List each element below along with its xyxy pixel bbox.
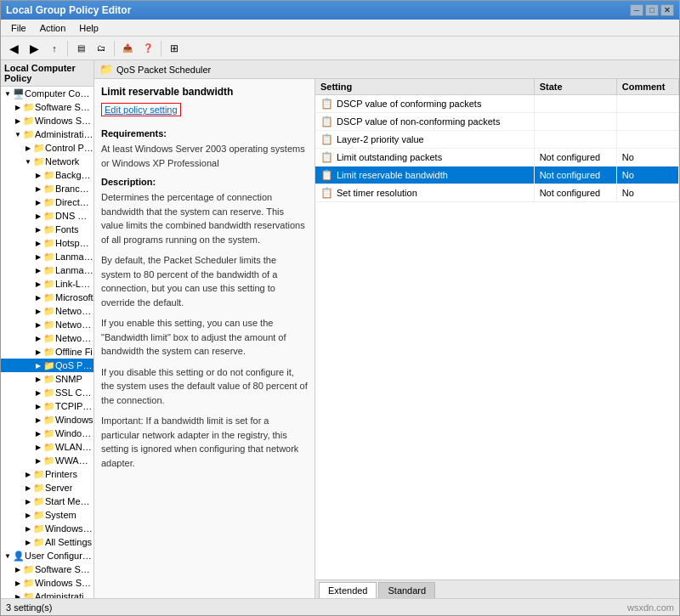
expander-branchca[interactable]: ▶ [33,184,43,194]
tree-node-start-menu[interactable]: ▶📁Start Menu ar [1,494,94,508]
expander-tcpip-set[interactable]: ▶ [33,401,43,411]
tree-node-control-panel[interactable]: ▶📁Control Panel [1,141,94,155]
tree-node-software-settings[interactable]: ▶📁Software Settings [1,100,94,114]
tree-node-ssl-confi[interactable]: ▶📁SSL Confi [1,386,94,399]
properties-button[interactable]: 🗂 [92,39,110,58]
tree-node-lanman-w[interactable]: ▶📁Lanman W [1,263,94,277]
menu-file[interactable]: File [4,21,33,35]
tree-node-offline-fi[interactable]: ▶📁Offline Fi [1,345,94,359]
tree-node-lanman-s[interactable]: ▶📁Lanman S [1,250,94,263]
tree-node-user-config[interactable]: ▼👤User Configuration [1,549,94,562]
expander-offline-fi[interactable]: ▶ [33,347,43,357]
tree-node-fonts[interactable]: ▶📁Fonts [1,223,94,236]
edit-link-box[interactable]: Edit policy setting [101,103,181,116]
expander-network-c1[interactable]: ▶ [33,306,43,316]
table-row[interactable]: 📋 DSCP value of non-conforming packets [315,113,679,131]
expander-control-panel[interactable]: ▶ [23,143,33,153]
tree-node-system[interactable]: ▶📁System [1,508,94,522]
expander-software-settings[interactable]: ▶ [13,102,23,112]
tree-node-printers[interactable]: ▶📁Printers [1,467,94,481]
menu-help[interactable]: Help [72,21,105,35]
expander-hotspot-a[interactable]: ▶ [33,238,43,248]
tree-node-network[interactable]: ▼📁Network [1,155,94,168]
expander-all-settings[interactable]: ▶ [23,537,33,547]
tree-node-network-c2[interactable]: ▶📁Network C [1,318,94,331]
tree-node-user-admin[interactable]: ▶📁Administrative Te [1,590,94,598]
help-button[interactable]: ❓ [139,39,157,58]
close-button[interactable]: ✕ [660,4,674,16]
expander-link-laye[interactable]: ▶ [33,279,43,289]
tree-node-windows-setting[interactable]: ▶📁Windows Setting [1,114,94,127]
tree-node-windows-co[interactable]: ▶📁Windows Co [1,522,94,535]
tree-node-server[interactable]: ▶📁Server [1,481,94,494]
expander-windows1[interactable]: ▶ [33,415,43,425]
minimize-button[interactable]: ─ [630,4,643,16]
table-row[interactable]: 📋 Layer-2 priority value [315,131,679,149]
expander-windows-co[interactable]: ▶ [23,523,33,534]
tree-node-wwan-set[interactable]: ▶📁WWAN Set [1,454,94,467]
expander-background[interactable]: ▶ [33,170,43,180]
tree-node-tcpip-set[interactable]: ▶📁TCPIP Set [1,399,94,413]
tree-node-admin-te[interactable]: ▼📁Administrative Te [1,127,94,141]
show-hide-button[interactable]: ▤ [71,39,90,58]
tree-node-directacc[interactable]: ▶📁DirectAcc [1,195,94,209]
tree-node-snmp[interactable]: ▶📁SNMP [1,372,94,386]
expander-system[interactable]: ▶ [23,510,33,520]
table-row[interactable]: 📋 Limit outstanding packetsNot configure… [315,149,679,167]
expander-user-config[interactable]: ▼ [3,551,13,561]
tree-node-computer-config[interactable]: ▼🖥️Computer Configura [1,87,94,100]
expander-dns-clien[interactable]: ▶ [33,211,43,221]
filter-button[interactable]: ⊞ [165,39,184,58]
expander-network-c2[interactable]: ▶ [33,319,43,330]
expander-directacc[interactable]: ▶ [33,197,43,207]
tab-extended[interactable]: Extended [319,582,377,598]
tree-node-link-laye[interactable]: ▶📁Link-Laye [1,277,94,291]
expander-network-f[interactable]: ▶ [33,333,43,343]
up-button[interactable]: ↑ [45,39,64,58]
forward-button[interactable]: ▶ [25,39,43,58]
expander-windows2[interactable]: ▶ [33,428,43,438]
expander-windows-setting[interactable]: ▶ [13,116,23,126]
table-row[interactable]: 📋 DSCP value of conforming packets [315,95,679,113]
tree-node-windows1[interactable]: ▶📁Windows [1,413,94,427]
expander-wlan-ser[interactable]: ▶ [33,442,43,452]
expander-server[interactable]: ▶ [23,483,33,493]
expander-start-menu[interactable]: ▶ [23,496,33,506]
tree-node-all-settings[interactable]: ▶📁All Settings [1,535,94,549]
expander-user-software[interactable]: ▶ [13,564,23,574]
restore-button[interactable]: □ [645,4,659,16]
tree-node-user-software[interactable]: ▶📁Software Settings [1,562,94,576]
back-button[interactable]: ◀ [4,39,23,58]
tree-node-network-f[interactable]: ▶📁Network F [1,331,94,345]
expander-snmp[interactable]: ▶ [33,374,43,384]
expander-wwan-set[interactable]: ▶ [33,455,43,466]
expander-admin-te[interactable]: ▼ [13,129,23,139]
expander-network[interactable]: ▼ [23,156,33,167]
tree-node-qos-packe[interactable]: ▶📁QoS Pack [1,359,94,372]
expander-computer-config[interactable]: ▼ [3,88,13,99]
expander-qos-packe[interactable]: ▶ [33,360,43,370]
tab-standard[interactable]: Standard [378,582,435,598]
table-row[interactable]: 📋 Set timer resolutionNot configuredNo [315,184,679,202]
table-row[interactable]: 📋 Limit reservable bandwidthNot configur… [315,167,679,184]
tree-node-user-windows[interactable]: ▶📁Windows Setting [1,576,94,590]
expander-lanman-w[interactable]: ▶ [33,265,43,275]
edit-policy-link[interactable]: Edit policy setting [105,105,178,115]
expander-printers[interactable]: ▶ [23,469,33,479]
expander-microsoft[interactable]: ▶ [33,292,43,302]
menu-action[interactable]: Action [33,21,73,35]
tree-node-wlan-ser[interactable]: ▶📁WLAN Ser [1,440,94,454]
expander-user-admin[interactable]: ▶ [13,591,23,598]
tree-node-branchca[interactable]: ▶📁BranchCa [1,182,94,195]
expander-fonts[interactable]: ▶ [33,224,43,235]
expander-user-windows[interactable]: ▶ [13,578,23,588]
export-button[interactable]: 📤 [118,39,137,58]
tree-node-dns-clien[interactable]: ▶📁DNS Clien [1,209,94,223]
tree-node-hotspot-a[interactable]: ▶📁Hotspot A [1,236,94,250]
tree-node-background[interactable]: ▶📁Backgroun [1,168,94,182]
tree-node-microsoft[interactable]: ▶📁Microsoft [1,291,94,304]
tree-node-windows2[interactable]: ▶📁Windows D [1,427,94,440]
expander-lanman-s[interactable]: ▶ [33,251,43,262]
tree-node-network-c1[interactable]: ▶📁Network C [1,304,94,318]
expander-ssl-confi[interactable]: ▶ [33,387,43,398]
